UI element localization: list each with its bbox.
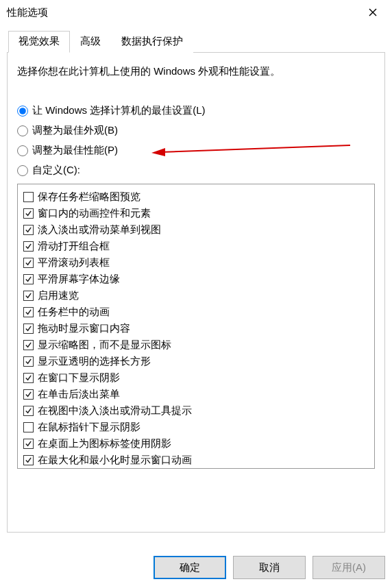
tab-advanced[interactable]: 高级 [70,31,111,53]
checklist-item-label: 显示缩略图，而不是显示图标 [38,337,171,352]
radio-row-best-appearance[interactable]: 调整为最佳外观(B) [17,124,375,137]
checklist-item[interactable]: 在单击后淡出菜单 [21,386,371,402]
radio-custom-label[interactable]: 自定义(C): [32,164,80,177]
tab-strip: 视觉效果 高级 数据执行保护 [7,30,385,53]
checkbox[interactable] [23,406,34,416]
checkbox[interactable] [23,439,34,449]
checklist-item[interactable]: 平滑滚动列表框 [21,254,371,271]
checkbox[interactable] [23,208,34,219]
svg-marker-3 [151,148,165,156]
checklist-item[interactable]: 在视图中淡入淡出或滑动工具提示 [21,402,371,419]
checklist-item[interactable]: 平滑屏幕字体边缘 [21,271,371,287]
radio-row-custom[interactable]: 自定义(C): [17,164,375,177]
checkbox[interactable] [23,455,34,465]
radio-best-performance[interactable] [17,145,28,156]
checklist-item[interactable]: 任务栏中的动画 [21,304,371,320]
checklist-item[interactable]: 淡入淡出或滑动菜单到视图 [21,221,371,238]
check-icon [25,407,32,415]
tab-panel-visual-effects: 选择你想在此计算机上使用的 Windows 外观和性能设置。 让 Windows… [7,53,385,533]
checklist-item[interactable]: 显示缩略图，而不是显示图标 [21,337,371,353]
checkbox[interactable] [23,340,34,350]
ok-button[interactable]: 确定 [154,556,226,579]
checklist-item-label: 在单击后淡出菜单 [38,387,120,402]
checkbox[interactable] [23,225,34,235]
radio-auto[interactable] [17,106,28,117]
checklist-item-label: 在桌面上为图标标签使用阴影 [38,436,171,451]
checklist-item-label: 在窗口下显示阴影 [38,370,120,385]
check-icon [25,243,32,250]
check-icon [25,358,32,365]
check-icon [25,341,32,349]
cancel-button[interactable]: 取消 [233,556,306,579]
apply-button[interactable]: 应用(A) [313,556,385,579]
check-icon [25,374,32,382]
radio-best-appearance-label[interactable]: 调整为最佳外观(B) [32,124,118,137]
svg-line-2 [160,145,350,152]
checklist-item-label: 任务栏中的动画 [38,304,110,319]
annotation-arrow-icon [151,144,350,158]
dialog-button-bar: 确定 取消 应用(A) [154,556,385,579]
checklist-item[interactable]: 在最大化和最小化时显示窗口动画 [21,452,371,468]
checklist-item[interactable]: 在桌面上为图标标签使用阴影 [21,435,371,452]
check-icon [25,292,32,300]
checkbox[interactable] [23,274,34,284]
checkbox[interactable] [23,192,34,202]
check-icon [25,259,32,267]
checklist-item[interactable]: 滑动打开组合框 [21,238,371,254]
checkbox[interactable] [23,258,34,268]
checklist-item[interactable]: 在窗口下显示阴影 [21,369,371,386]
radio-row-auto[interactable]: 让 Windows 选择计算机的最佳设置(L) [17,104,375,117]
effects-checklist[interactable]: 保存任务栏缩略图预览窗口内的动画控件和元素淡入淡出或滑动菜单到视图滑动打开组合框… [17,184,375,469]
tab-dep[interactable]: 数据执行保护 [111,31,193,53]
check-icon [25,226,32,234]
checklist-item[interactable]: 窗口内的动画控件和元素 [21,205,371,221]
checklist-item-label: 在最大化和最小化时显示窗口动画 [38,452,192,467]
checklist-item[interactable]: 保存任务栏缩略图预览 [21,188,371,205]
checklist-item-label: 启用速览 [38,288,79,303]
checklist-item[interactable]: 启用速览 [21,287,371,304]
checkbox[interactable] [23,356,34,367]
check-icon [25,308,32,316]
checkbox[interactable] [23,373,34,383]
checklist-item[interactable]: 显示亚透明的选择长方形 [21,353,371,369]
close-icon [369,8,377,16]
checklist-item-label: 在视图中淡入淡出或滑动工具提示 [38,403,192,418]
check-icon [25,210,32,217]
checkbox[interactable] [23,241,34,252]
radio-best-appearance[interactable] [17,125,28,136]
checklist-item-label: 显示亚透明的选择长方形 [38,354,151,369]
description-text: 选择你想在此计算机上使用的 Windows 外观和性能设置。 [17,65,375,78]
checkbox[interactable] [23,422,34,432]
check-icon [25,456,32,464]
window-title: 性能选项 [7,6,48,19]
window-titlebar: 性能选项 [0,0,392,25]
checklist-item[interactable]: 在鼠标指针下显示阴影 [21,419,371,435]
check-icon [25,391,32,398]
checklist-item-label: 拖动时显示窗口内容 [38,321,130,336]
close-button[interactable] [358,2,388,23]
radio-custom[interactable] [17,165,28,176]
checklist-item-label: 在鼠标指针下显示阴影 [38,419,140,435]
check-icon [25,325,32,332]
tab-visual-effects[interactable]: 视觉效果 [8,31,70,53]
radio-best-performance-label[interactable]: 调整为最佳性能(P) [32,144,118,157]
checklist-item-label: 平滑滚动列表框 [38,255,110,270]
checklist-item-label: 淡入淡出或滑动菜单到视图 [38,222,161,237]
checkbox[interactable] [23,291,34,301]
checklist-item-label: 平滑屏幕字体边缘 [38,271,120,286]
checkbox[interactable] [23,323,34,334]
checklist-item[interactable]: 拖动时显示窗口内容 [21,320,371,337]
checklist-item-label: 窗口内的动画控件和元素 [38,206,151,221]
checklist-item-label: 保存任务栏缩略图预览 [38,189,140,204]
checkbox[interactable] [23,307,34,317]
check-icon [25,276,32,283]
radio-auto-label[interactable]: 让 Windows 选择计算机的最佳设置(L) [32,104,206,117]
checkbox[interactable] [23,389,34,400]
checklist-item-label: 滑动打开组合框 [38,239,110,254]
check-icon [25,440,32,448]
radio-row-best-performance[interactable]: 调整为最佳性能(P) [17,144,375,157]
